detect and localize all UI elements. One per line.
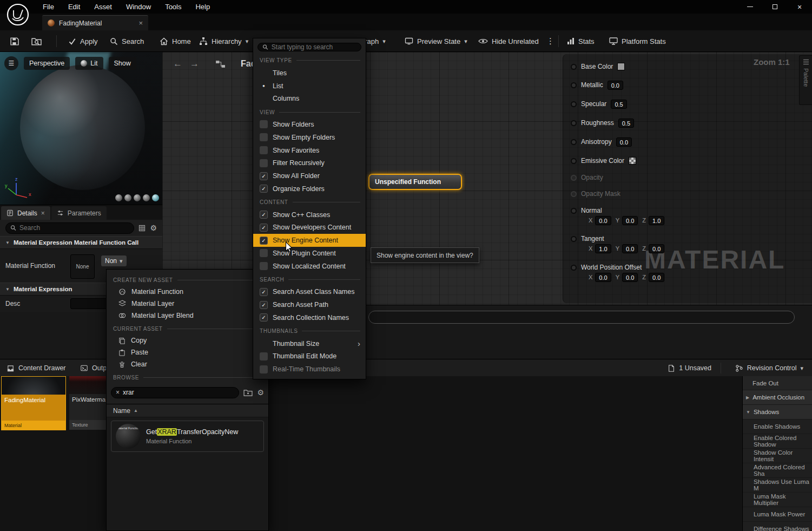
- preview-shape-plane[interactable]: [134, 194, 141, 201]
- x-value[interactable]: 0.0: [595, 216, 611, 225]
- pin-value[interactable]: 0.0: [616, 137, 632, 147]
- function-thumbnail[interactable]: None: [70, 254, 95, 279]
- option-thumbnail-size[interactable]: Thumbnail Size›: [253, 337, 366, 350]
- preview-state-button[interactable]: Preview State ▾: [405, 30, 467, 52]
- viewport-menu-button[interactable]: ☰: [4, 56, 18, 70]
- minimize-button[interactable]: [737, 0, 762, 14]
- menu-item-material-function[interactable]: Material Function: [107, 286, 268, 298]
- y-value[interactable]: 0.0: [622, 216, 638, 225]
- pin-world-position-offset[interactable]: World Position Offset: [571, 262, 642, 273]
- close-icon[interactable]: ×: [41, 209, 45, 217]
- preview-shape-sphere[interactable]: [124, 194, 131, 201]
- save-button[interactable]: [10, 30, 19, 52]
- display-options-icon[interactable]: [138, 225, 146, 232]
- section-material-function-call[interactable]: ▼ Material Expression Material Function …: [0, 236, 162, 249]
- home-button[interactable]: Home: [160, 30, 191, 52]
- preview-viewport[interactable]: ☰ Perspective Lit Show z y x: [0, 52, 162, 205]
- menu-help[interactable]: Help: [188, 0, 217, 14]
- z-value[interactable]: 0.0: [649, 273, 664, 282]
- row-shadows-use-luma[interactable]: Shadows Use Luma M: [743, 478, 812, 493]
- preview-shape-cylinder[interactable]: [115, 194, 122, 201]
- clear-search-icon[interactable]: ×: [116, 389, 120, 396]
- toolbar-options-button[interactable]: ⋮: [546, 30, 554, 52]
- pin-roughness[interactable]: Roughness 0.5: [571, 117, 634, 128]
- asset-search-box[interactable]: ×: [111, 387, 239, 398]
- apply-button[interactable]: Apply: [68, 30, 98, 52]
- option-show-cpp-classes[interactable]: ✓Show C++ Classes: [253, 208, 366, 221]
- option-show-all-folder[interactable]: ✓Show All Folder: [253, 169, 366, 182]
- menu-item-paste[interactable]: Paste: [107, 346, 268, 358]
- forward-arrow-icon[interactable]: →: [190, 58, 199, 69]
- menu-window[interactable]: Window: [119, 0, 158, 14]
- menu-item-material-layer[interactable]: Material Layer: [107, 298, 268, 310]
- preview-shape-cube[interactable]: [143, 194, 150, 201]
- option-thumbnail-edit-mode[interactable]: Thumbnail Edit Mode: [253, 350, 366, 363]
- maximize-button[interactable]: [762, 0, 787, 14]
- close-button[interactable]: ×: [787, 0, 812, 14]
- filter-search-input[interactable]: [272, 43, 357, 51]
- revision-control-button[interactable]: Revision Control ▾: [735, 359, 803, 377]
- option-show-developers-content[interactable]: ✓Show Developers Content: [253, 221, 366, 234]
- material-result-node[interactable]: MATERIAL Base Color Metallic 0.0 Specula…: [563, 54, 812, 303]
- row-enable-colored-shadow[interactable]: Enable Colored Shadow: [743, 434, 812, 449]
- content-drawer-button[interactable]: Content Drawer: [6, 359, 66, 377]
- row-ambient-occlusion[interactable]: ▶ Ambient Occlusion: [743, 390, 812, 405]
- stats-button[interactable]: Stats: [567, 30, 595, 52]
- pin-emissive-color[interactable]: Emissive Color: [571, 155, 636, 166]
- tab-fading-material[interactable]: FadingMaterial ×: [42, 15, 148, 30]
- z-value[interactable]: 0.0: [649, 244, 664, 253]
- y-value[interactable]: 0.0: [622, 273, 638, 282]
- platform-stats-button[interactable]: Platform Stats: [609, 30, 666, 52]
- base-color-swatch[interactable]: [617, 63, 625, 70]
- x-value[interactable]: 0.0: [595, 273, 611, 282]
- option-tiles[interactable]: Tiles: [253, 67, 366, 80]
- menu-edit[interactable]: Edit: [61, 0, 87, 14]
- tab-parameters[interactable]: Parameters: [51, 206, 107, 220]
- back-arrow-icon[interactable]: ←: [173, 58, 182, 69]
- asset-tile-fading-material[interactable]: FadingMaterial Material: [1, 376, 66, 430]
- pin-value[interactable]: 0.0: [608, 81, 623, 90]
- hierarchy-button[interactable]: Hierarchy ▾: [199, 30, 248, 52]
- pin-anisotropy[interactable]: Anisotropy 0.0: [571, 136, 632, 147]
- lit-button[interactable]: Lit: [75, 57, 103, 70]
- function-dropdown[interactable]: Non ▾: [101, 255, 127, 266]
- row-fade-out[interactable]: Fade Out: [743, 376, 812, 390]
- option-real-time-thumbnails[interactable]: Real-Time Thumbnails: [253, 363, 366, 376]
- output-log-button[interactable]: Outp: [80, 359, 107, 377]
- hide-unrelated-button[interactable]: Hide Unrelated: [478, 30, 539, 52]
- pin-value[interactable]: 0.5: [618, 119, 634, 128]
- menu-tools[interactable]: Tools: [158, 0, 188, 14]
- option-search-collection-names[interactable]: ✓Search Collection Names: [253, 311, 366, 324]
- row-shadow-color-intensity[interactable]: Shadow Color Intensit: [743, 449, 812, 463]
- option-show-empty-folders[interactable]: Show Empty Folders: [253, 131, 366, 144]
- menu-file[interactable]: File: [36, 0, 61, 14]
- option-show-localized-content[interactable]: Show Localized Content: [253, 260, 366, 273]
- tab-close-icon[interactable]: ×: [138, 19, 143, 27]
- row-enable-shadows[interactable]: Enable Shadows: [743, 419, 812, 434]
- asset-result-row[interactable]: Material Function GetXRARTransferOpacity…: [111, 421, 264, 452]
- menu-item-copy[interactable]: Copy: [107, 335, 268, 346]
- details-search-input[interactable]: [19, 224, 129, 232]
- folder-picker-icon[interactable]: [243, 389, 253, 396]
- z-value[interactable]: 1.0: [649, 216, 664, 225]
- option-show-plugin-content[interactable]: Show Plugin Content: [253, 247, 366, 260]
- name-column-header[interactable]: Name ▲: [107, 404, 268, 417]
- row-difference-shadows[interactable]: Difference Shadows: [743, 522, 812, 531]
- pin-base-color[interactable]: Base Color: [571, 61, 625, 72]
- browse-to-asset-button[interactable]: [31, 30, 42, 52]
- option-list[interactable]: ●List: [253, 80, 366, 93]
- settings-gear-icon[interactable]: ⚙: [150, 224, 157, 232]
- tab-details[interactable]: Details ×: [1, 206, 50, 220]
- filter-search-box[interactable]: [258, 43, 361, 51]
- pin-normal[interactable]: Normal: [571, 205, 602, 216]
- option-show-engine-content[interactable]: ✓Show Engine Content: [253, 234, 366, 247]
- option-show-folders[interactable]: Show Folders: [253, 118, 366, 131]
- option-search-asset-path[interactable]: ✓Search Asset Path: [253, 298, 366, 311]
- option-filter-recursively[interactable]: Filter Recursively: [253, 156, 366, 169]
- option-search-asset-class-names[interactable]: ✓Search Asset Class Names: [253, 285, 366, 298]
- asset-search-input[interactable]: [123, 389, 234, 396]
- pin-opacity-mask[interactable]: Opacity Mask: [571, 188, 620, 199]
- option-columns[interactable]: Columns: [253, 92, 366, 105]
- unsaved-button[interactable]: 1 Unsaved: [668, 359, 711, 377]
- row-luma-mask-multiplier[interactable]: Luma Mask Multiplier: [743, 493, 812, 507]
